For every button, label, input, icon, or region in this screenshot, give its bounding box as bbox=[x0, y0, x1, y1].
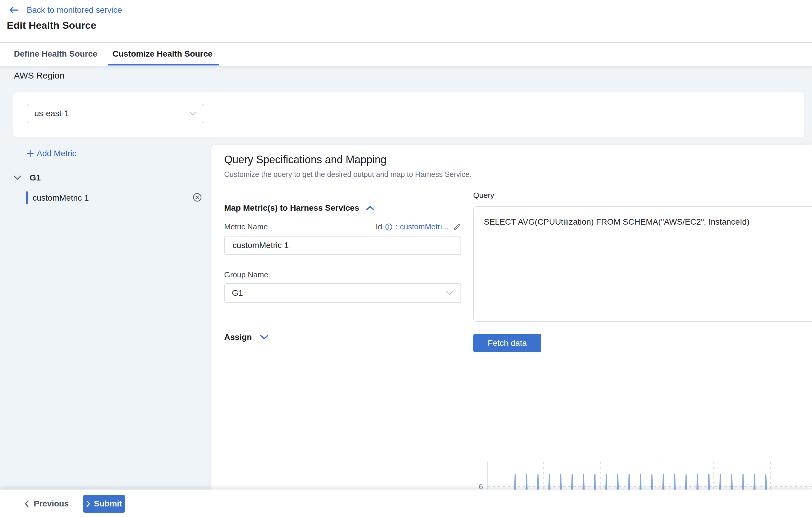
group-name-select[interactable]: G1 bbox=[224, 283, 461, 303]
assign-section-toggle[interactable]: Assign bbox=[224, 332, 269, 342]
map-metrics-section-title: Map Metric(s) to Harness Services bbox=[224, 203, 359, 213]
metric-group-name[interactable]: G1 bbox=[30, 173, 40, 183]
add-metric-label: Add Metric bbox=[37, 149, 77, 158]
metric-list-item[interactable]: customMetric 1 bbox=[26, 191, 203, 205]
content-area: AWS Region us-east-1 Add Metric G1 custo… bbox=[0, 66, 812, 518]
chevron-left-icon bbox=[24, 500, 29, 508]
info-icon[interactable] bbox=[385, 223, 393, 231]
id-label: Id bbox=[376, 222, 382, 231]
metric-name-input[interactable] bbox=[224, 236, 461, 255]
panel-title: Query Specifications and Mapping bbox=[224, 154, 386, 166]
back-arrow-icon bbox=[9, 6, 19, 14]
active-tab-underline bbox=[108, 64, 219, 65]
plus-icon bbox=[26, 149, 34, 158]
remove-metric-icon[interactable] bbox=[193, 193, 202, 202]
aws-region-select[interactable]: us-east-1 bbox=[27, 104, 204, 123]
footer-bar: Previous Submit bbox=[0, 490, 812, 518]
previous-button[interactable]: Previous bbox=[23, 495, 70, 513]
group-collapse-chevron-icon[interactable] bbox=[13, 175, 22, 182]
metric-item-label: customMetric 1 bbox=[33, 193, 89, 203]
aws-region-card: us-east-1 bbox=[13, 92, 804, 137]
chevron-right-icon bbox=[86, 500, 90, 507]
assign-label: Assign bbox=[224, 332, 252, 342]
tab-customize-health-source[interactable]: Customize Health Source bbox=[113, 49, 213, 59]
back-link[interactable]: Back to monitored service bbox=[9, 5, 122, 16]
edit-health-source-page: Back to monitored service Edit Health So… bbox=[0, 0, 812, 518]
metric-name-label: Metric Name bbox=[224, 222, 268, 231]
previous-label: Previous bbox=[34, 499, 69, 509]
query-input[interactable]: SELECT AVG(CPUUtilization) FROM SCHEMA("… bbox=[473, 206, 812, 322]
chevron-down-icon bbox=[446, 291, 454, 296]
chevron-up-icon bbox=[366, 206, 375, 211]
metric-id-link[interactable]: customMetri... bbox=[400, 222, 448, 231]
aws-region-value: us-east-1 bbox=[34, 109, 69, 118]
back-link-label[interactable]: Back to monitored service bbox=[27, 5, 122, 15]
map-metrics-section-toggle[interactable]: Map Metric(s) to Harness Services bbox=[224, 203, 375, 213]
group-name-value: G1 bbox=[232, 288, 243, 298]
chevron-down-icon bbox=[259, 334, 269, 340]
query-label: Query bbox=[473, 191, 494, 200]
add-metric-button[interactable]: Add Metric bbox=[26, 149, 77, 158]
submit-label: Submit bbox=[94, 499, 122, 509]
panel-subtitle: Customize the query to get the desired o… bbox=[224, 170, 471, 179]
fetch-data-button[interactable]: Fetch data bbox=[473, 334, 541, 352]
chevron-down-icon bbox=[189, 111, 197, 116]
tab-define-health-source[interactable]: Define Health Source bbox=[14, 49, 97, 59]
id-separator: : bbox=[395, 222, 398, 231]
metric-name-row: Metric Name Id : customMetri... bbox=[224, 222, 461, 231]
header: Back to monitored service Edit Health So… bbox=[0, 0, 812, 43]
group-divider bbox=[30, 187, 202, 187]
submit-button[interactable]: Submit bbox=[83, 495, 125, 513]
page-title: Edit Health Source bbox=[7, 20, 96, 31]
aws-region-label: AWS Region bbox=[14, 71, 64, 81]
tab-bar: Define Health Source Customize Health So… bbox=[0, 43, 812, 66]
group-name-label: Group Name bbox=[224, 270, 268, 279]
selected-metric-indicator bbox=[26, 191, 28, 204]
edit-icon[interactable] bbox=[453, 223, 461, 231]
